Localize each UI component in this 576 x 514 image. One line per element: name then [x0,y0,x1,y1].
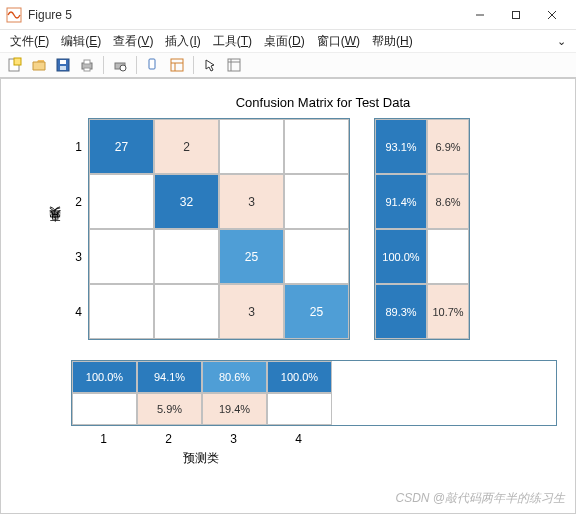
x-axis-label: 预测类 [71,450,331,467]
menu-bar: 文件(F) 编辑(E) 查看(V) 插入(I) 工具(T) 桌面(D) 窗口(W… [0,30,576,52]
matrix-cell [219,119,284,174]
menu-view[interactable]: 查看(V) [107,31,159,52]
menu-more-icon[interactable]: ⌄ [551,35,572,48]
row-summary-cell [427,229,469,284]
menu-window[interactable]: 窗口(W) [311,31,366,52]
matrix-cell: 3 [219,174,284,229]
figure-canvas[interactable]: Confusion Matrix for Test Data 真实类 1 2 3… [0,78,576,514]
matrix-cell: 32 [154,174,219,229]
new-figure-icon[interactable] [4,54,26,76]
menu-help[interactable]: 帮助(H) [366,31,419,52]
window-title: Figure 5 [28,8,462,22]
matrix-cell [154,284,219,339]
row-summary-cell: 89.3% [375,284,427,339]
save-icon[interactable] [52,54,74,76]
matrix-cell: 25 [284,284,349,339]
confusion-matrix: 27232325325 [88,118,350,340]
app-icon [6,7,22,23]
row-summary-matrix: 93.1%6.9%91.4%8.6%100.0%89.3%10.7% [374,118,470,340]
cursor-icon[interactable] [199,54,221,76]
x-ticks: 1 2 3 4 [71,432,557,446]
matrix-cell [154,229,219,284]
row-summary-cell: 6.9% [427,119,469,174]
menu-tools[interactable]: 工具(T) [207,31,258,52]
close-button[interactable] [534,1,570,29]
y-ticks: 1 2 3 4 [68,119,82,339]
row-summary-cell: 91.4% [375,174,427,229]
svg-rect-12 [84,68,90,71]
menu-file[interactable]: 文件(F) [4,31,55,52]
svg-rect-19 [228,59,240,71]
col-summary-matrix: 100.0%94.1%80.6%100.0%5.9%19.4% [71,360,557,426]
svg-rect-6 [14,58,21,65]
col-summary-cell: 94.1% [137,361,202,393]
print-icon[interactable] [76,54,98,76]
y-axis-label: 真实类 [47,226,64,232]
svg-point-14 [120,65,126,71]
menu-desktop[interactable]: 桌面(D) [258,31,311,52]
row-summary-cell: 10.7% [427,284,469,339]
chart-title: Confusion Matrix for Test Data [19,95,557,110]
menu-edit[interactable]: 编辑(E) [55,31,107,52]
matrix-cell: 3 [219,284,284,339]
matrix-cell [89,174,154,229]
row-summary-cell: 8.6% [427,174,469,229]
open-icon[interactable] [28,54,50,76]
col-summary-cell: 5.9% [137,393,202,425]
minimize-button[interactable] [462,1,498,29]
title-bar: Figure 5 [0,0,576,30]
watermark-text: CSDN @敲代码两年半的练习生 [395,490,565,507]
svg-rect-8 [60,60,66,64]
svg-rect-16 [171,59,183,71]
col-summary-cell: 100.0% [72,361,137,393]
col-summary-cell [267,393,332,425]
col-summary-cell: 19.4% [202,393,267,425]
link-icon[interactable] [142,54,164,76]
maximize-button[interactable] [498,1,534,29]
svg-rect-2 [513,11,520,18]
matrix-cell [284,119,349,174]
toolbar [0,52,576,78]
matrix-cell [89,284,154,339]
col-summary-cell: 100.0% [267,361,332,393]
row-summary-cell: 100.0% [375,229,427,284]
inspector-icon[interactable] [166,54,188,76]
matrix-cell: 27 [89,119,154,174]
matrix-cell [284,229,349,284]
matrix-cell: 2 [154,119,219,174]
col-summary-cell: 80.6% [202,361,267,393]
svg-rect-9 [60,66,66,70]
col-summary-cell [72,393,137,425]
matrix-cell [284,174,349,229]
print-preview-icon[interactable] [109,54,131,76]
row-summary-cell: 93.1% [375,119,427,174]
matrix-cell [89,229,154,284]
menu-insert[interactable]: 插入(I) [159,31,206,52]
svg-rect-15 [149,59,155,69]
matrix-cell: 25 [219,229,284,284]
svg-rect-11 [84,60,90,64]
axes-insert-icon[interactable] [223,54,245,76]
